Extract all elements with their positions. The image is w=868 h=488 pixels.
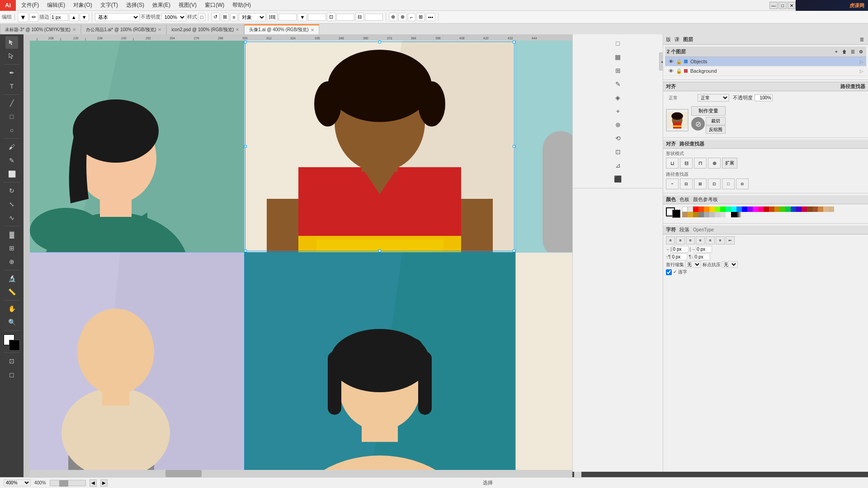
more-btn[interactable]: ••• xyxy=(426,13,436,21)
ligature-checkbox[interactable] xyxy=(666,269,672,275)
anchor-btn2[interactable]: ⊗ xyxy=(398,13,407,21)
pf-minus-back-btn[interactable]: ⊖ xyxy=(736,178,749,189)
tool-eyedropper[interactable]: 🔬 xyxy=(5,272,18,285)
tool-blend[interactable]: ⊕ xyxy=(5,255,18,268)
swatch-silver[interactable] xyxy=(709,212,715,217)
panel-icon-1[interactable]: □ xyxy=(613,38,623,49)
swatch-magenta[interactable] xyxy=(753,206,758,212)
scroll-right-btn[interactable]: ▶ xyxy=(100,479,108,487)
tool-gradient[interactable]: ▓ xyxy=(5,228,18,241)
bg-color-box[interactable] xyxy=(672,210,680,218)
align-center-btn[interactable]: ≡ xyxy=(676,236,685,244)
swatch-green[interactable] xyxy=(720,206,726,212)
layer-item-background[interactable]: 👁 🔒 Background ▷ xyxy=(665,66,866,76)
swatch-rose-brown[interactable] xyxy=(682,212,688,217)
swatch-gray[interactable] xyxy=(698,212,704,217)
tool-scale[interactable]: ⤡ xyxy=(5,198,18,211)
swatch-dark-gold[interactable] xyxy=(693,212,698,217)
align-right-btn[interactable]: ≡ xyxy=(686,236,695,244)
swatch-gradient[interactable] xyxy=(736,212,742,217)
left-indent-input[interactable] xyxy=(672,246,689,253)
window-maximize[interactable]: □ xyxy=(778,2,787,9)
panel-menu-btn[interactable]: ☰ xyxy=(858,36,865,43)
panel-icon-6[interactable]: ⌖ xyxy=(613,106,623,117)
crop-btn[interactable]: 裁切 xyxy=(706,117,726,125)
expand-btn[interactable]: 扩展 xyxy=(722,158,737,169)
tool-ellipse[interactable]: ○ xyxy=(5,124,18,136)
h-scroll-thumb[interactable] xyxy=(165,470,202,477)
layer-eye-objects[interactable]: 👁 xyxy=(668,58,674,65)
tool-line[interactable]: ╱ xyxy=(5,97,18,109)
tool-warp[interactable]: ∿ xyxy=(5,211,18,224)
pf-merge-btn[interactable]: ⊞ xyxy=(694,178,707,189)
menu-file[interactable]: 文件(F) xyxy=(18,0,42,10)
swatch-teal-green[interactable] xyxy=(785,206,791,212)
swatch-gainsboro[interactable] xyxy=(720,212,726,217)
align-tab2[interactable]: 对齐 xyxy=(666,141,676,147)
swatch-dark-yellow[interactable] xyxy=(774,206,780,212)
stroke-profile-select[interactable]: 基本 宽度配置文件1 xyxy=(95,13,140,21)
distribute-btn[interactable]: |⊟| xyxy=(267,13,278,21)
swatch-yellow-green[interactable] xyxy=(715,206,720,212)
tool-text[interactable]: T xyxy=(5,80,18,93)
tool-measure[interactable]: 📏 xyxy=(5,286,18,298)
panel-icon-7[interactable]: ⊗ xyxy=(613,119,623,130)
colors-tab[interactable]: 颜色 xyxy=(666,196,676,203)
justify-btn[interactable]: ≡ xyxy=(696,236,705,244)
swatch-white-smoke[interactable] xyxy=(726,212,731,217)
force-justify-btn[interactable]: ≡ xyxy=(716,236,725,244)
tab-1[interactable]: 办公用品1.ai* @ 100% (RGB/预览) ✕ xyxy=(81,24,166,34)
canvas-area[interactable] xyxy=(30,41,572,478)
refresh-btn[interactable]: ↺ xyxy=(211,13,220,21)
align-left-btn[interactable]: ≡ xyxy=(666,236,675,244)
make-variable-btn[interactable]: 制作变量 xyxy=(691,106,726,116)
panel-icon-10[interactable]: ⊿ xyxy=(613,160,623,171)
pf-outline-btn[interactable]: □ xyxy=(722,178,735,189)
tab-1-close[interactable]: ✕ xyxy=(158,27,161,32)
panel-tab-transform[interactable]: 版 xyxy=(666,36,671,43)
swatch-brown3[interactable] xyxy=(818,206,823,212)
h-scrollbar[interactable] xyxy=(30,470,572,477)
panel-icon-11[interactable]: ⬛ xyxy=(613,174,623,184)
first-line-select[interactable]: 无 xyxy=(685,261,701,268)
reverse-btn[interactable]: 反组围 xyxy=(706,126,726,134)
height-btn[interactable]: ⊟ xyxy=(355,13,364,21)
blend-mode-select[interactable]: 正常 溶解 正片叠底 xyxy=(698,94,729,102)
tool-rotate[interactable]: ↻ xyxy=(5,184,18,197)
panel-icon-5[interactable]: ◈ xyxy=(613,92,623,103)
tool-pencil[interactable]: ✎ xyxy=(5,154,18,167)
x-input[interactable] xyxy=(278,14,297,21)
swatch-light-gray[interactable] xyxy=(715,212,720,217)
shape-unite-btn[interactable]: ⊔ xyxy=(666,158,679,169)
panel-icon-3[interactable]: ⊞ xyxy=(613,65,623,76)
stroke-width-input[interactable] xyxy=(50,14,68,21)
scroll-h-mini[interactable] xyxy=(50,480,86,486)
tool-select-btn[interactable]: ▼ xyxy=(18,12,28,22)
tool-direct-select[interactable] xyxy=(5,50,18,62)
swatches-tab[interactable]: 色板 xyxy=(679,196,689,203)
window-minimize[interactable]: — xyxy=(769,2,778,9)
swatch-brown2[interactable] xyxy=(812,206,818,212)
tool-select[interactable] xyxy=(5,36,18,49)
tool-hand[interactable]: ✋ xyxy=(5,302,18,315)
tool-zoom[interactable]: 🔍 xyxy=(5,316,18,328)
height-input[interactable] xyxy=(365,14,383,21)
panel-icon-2[interactable]: ▦ xyxy=(613,52,623,62)
layers-add-btn[interactable]: + xyxy=(833,48,840,55)
space-before-input[interactable] xyxy=(671,253,687,260)
window-close[interactable]: ✕ xyxy=(788,2,796,9)
color-box[interactable] xyxy=(4,334,20,351)
shape-minus-btn[interactable]: ⊟ xyxy=(680,158,693,169)
shape-exclude-btn[interactable]: ⊕ xyxy=(708,158,721,169)
tool-pen-btn[interactable]: ✏ xyxy=(29,13,38,22)
swatch-navy[interactable] xyxy=(791,206,796,212)
background-color[interactable] xyxy=(9,340,20,351)
arrange-btn[interactable]: ⊞ xyxy=(416,13,425,21)
tab-2[interactable]: icon2.psd @ 100% (RGB/预览) ✕ xyxy=(166,24,244,34)
swatch-lgray[interactable] xyxy=(688,206,693,212)
swatch-pink[interactable] xyxy=(758,206,764,212)
style-btn[interactable]: □ xyxy=(198,13,206,21)
tool-draw-mode[interactable]: ◻ xyxy=(5,368,18,381)
swatch-med-green[interactable] xyxy=(780,206,785,212)
width-input[interactable] xyxy=(336,14,354,21)
